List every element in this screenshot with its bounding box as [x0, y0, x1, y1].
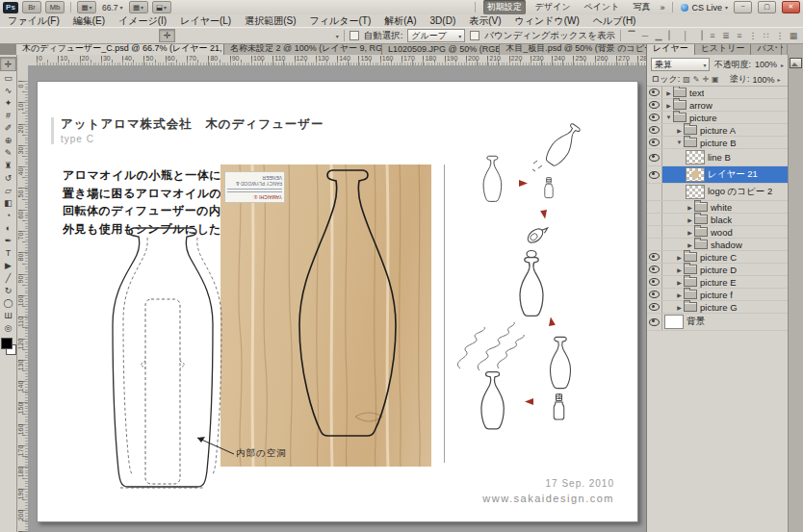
layer-name[interactable]: shadow [711, 240, 742, 250]
workspace-button[interactable]: 初期設定 [483, 0, 526, 14]
layer-name[interactable]: picture E [700, 277, 737, 288]
arrange-documents-icon[interactable]: ▦▾ [77, 1, 96, 13]
eyedropper-tool[interactable]: ✐ [1, 121, 15, 134]
blend-mode-dropdown[interactable]: 乗算 ▾ [651, 58, 710, 71]
chevron-collapsed-icon[interactable]: ▶ [664, 102, 673, 109]
menu-item[interactable]: ファイル(F) [8, 14, 60, 28]
layer-name[interactable]: picture C [700, 252, 737, 263]
lock-position-icon[interactable]: ✛ [702, 75, 709, 84]
visibility-toggle[interactable] [647, 289, 662, 300]
quick-selection-tool[interactable]: ✦ [1, 96, 15, 109]
distribute-bottom-edges-icon[interactable]: ≡ [734, 31, 745, 40]
distribute-left-edges-icon[interactable]: ⋮ [747, 31, 759, 40]
visibility-toggle[interactable] [647, 137, 662, 148]
layer-row[interactable]: ▶picture A [647, 124, 788, 137]
eraser-tool[interactable]: ▱ [1, 184, 15, 196]
menu-item[interactable]: レイヤー(L) [180, 14, 231, 28]
canvas-viewport[interactable]: アットアロマ株式会社 木のディフューザー type C アロマオイルの小瓶と一体… [28, 65, 647, 532]
visibility-toggle[interactable] [647, 112, 662, 123]
hand-tool[interactable]: Ш [1, 309, 15, 321]
menu-item[interactable]: イメージ(I) [118, 14, 167, 28]
visibility-toggle[interactable] [647, 239, 662, 250]
visibility-toggle[interactable] [647, 149, 662, 165]
layer-row[interactable]: ▶picture E [647, 276, 788, 289]
chevron-collapsed-icon[interactable]: ▶ [675, 254, 684, 261]
fill-spinner-icon[interactable]: ▸ [777, 76, 780, 83]
layer-row[interactable]: logo のコピー 2 [647, 184, 788, 201]
3d-orbit-tool[interactable]: ◯ [1, 296, 15, 309]
collapsed-panel-icon[interactable] [790, 58, 802, 68]
workspace-button[interactable]: 写真 [629, 0, 654, 14]
layer-name[interactable]: picture B [700, 138, 737, 148]
visibility-toggle[interactable] [647, 314, 662, 330]
visibility-toggle[interactable] [647, 264, 662, 275]
mini-bridge-icon[interactable]: Mb [45, 1, 65, 13]
menu-item[interactable]: 表示(V) [469, 14, 501, 28]
move-tool[interactable]: ✛ [0, 57, 16, 71]
current-tool-icon[interactable]: ✛ [159, 29, 175, 42]
align-left-edges-icon[interactable]: ▏ [666, 31, 678, 40]
layer-thumbnail[interactable] [686, 150, 705, 165]
auto-align-layers-icon[interactable]: ▦ [788, 31, 799, 40]
chevron-collapsed-icon[interactable]: ▶ [686, 216, 694, 223]
clone-stamp-tool[interactable]: ♜ [1, 159, 15, 171]
bridge-launch-icon[interactable]: Br [22, 1, 41, 13]
distribute-vertical-centers-icon[interactable]: ≣ [720, 31, 732, 40]
menu-item[interactable]: 3D(D) [430, 15, 456, 26]
restore-button[interactable]: ▢ [758, 1, 776, 13]
workspace-button[interactable]: ペイント [581, 0, 624, 14]
auto-select-checkbox[interactable] [350, 31, 359, 40]
auto-select-dropdown[interactable]: グループ ▾ [407, 29, 465, 42]
layer-row[interactable]: ▼picture B [647, 137, 788, 149]
align-horizontal-centers-icon[interactable]: │ [680, 31, 691, 40]
layer-name[interactable]: picture A [700, 125, 736, 136]
pen-tool[interactable]: ✒ [1, 234, 15, 246]
menu-item[interactable]: 編集(E) [73, 14, 105, 28]
align-bottom-edges-icon[interactable]: ▁ [653, 31, 664, 40]
layer-row[interactable]: ▶text [647, 87, 788, 99]
layer-row[interactable]: ▶picture C [647, 251, 788, 264]
menu-item[interactable]: ヘルプ(H) [593, 14, 636, 28]
dodge-tool[interactable]: ◐ [1, 221, 15, 234]
align-top-edges-icon[interactable]: ▔ [626, 31, 637, 40]
layer-thumbnail[interactable] [686, 167, 705, 182]
layer-name[interactable]: wood [711, 227, 733, 238]
layer-row[interactable]: ▶white [647, 201, 788, 214]
workspace-button[interactable]: デザイン [531, 0, 575, 14]
menu-item[interactable]: 選択範囲(S) [245, 14, 296, 28]
layer-name[interactable]: line B [708, 152, 731, 163]
lasso-tool[interactable]: ∿ [1, 84, 15, 96]
align-vertical-centers-icon[interactable]: ─ [639, 31, 651, 40]
layer-row[interactable]: ▶picture G [647, 301, 788, 314]
layer-row[interactable]: ▶wood [647, 226, 788, 239]
show-bounding-box-checkbox[interactable] [470, 31, 479, 40]
visibility-toggle[interactable] [647, 251, 662, 263]
layer-row[interactable]: ▼picture [647, 112, 788, 124]
layer-row[interactable]: 背景 [647, 314, 788, 331]
layer-name[interactable]: picture f [700, 290, 733, 300]
workspace-overflow-button[interactable]: » [660, 3, 664, 13]
view-extras-icon[interactable]: ▦▾ [129, 1, 148, 13]
canvas-area[interactable]: 0102030405060708090100110120130140150160… [16, 55, 647, 532]
chevron-collapsed-icon[interactable]: ▶ [675, 127, 684, 134]
lock-all-icon[interactable]: ▣ [712, 75, 719, 84]
chevron-collapsed-icon[interactable]: ▶ [675, 279, 684, 286]
opacity-value[interactable]: 100% [755, 60, 777, 69]
layer-name[interactable]: white [711, 202, 732, 213]
chevron-collapsed-icon[interactable]: ▶ [675, 266, 684, 273]
layer-name[interactable]: picture [689, 113, 717, 123]
opacity-spinner-icon[interactable]: ▸ [781, 62, 784, 68]
path-selection-tool[interactable]: ▶ [1, 259, 15, 271]
visibility-toggle[interactable] [647, 301, 662, 313]
layer-row[interactable]: ▶picture D [647, 264, 788, 276]
visibility-toggle[interactable] [647, 226, 662, 238]
fill-value[interactable]: 100% [752, 75, 774, 85]
chevron-collapsed-icon[interactable]: ▶ [686, 204, 694, 211]
type-tool[interactable]: T [1, 246, 15, 259]
layer-row[interactable]: ▶black [647, 214, 788, 226]
visibility-toggle[interactable] [647, 201, 662, 213]
layer-name[interactable]: 背景 [686, 316, 705, 328]
layer-row[interactable]: line B [647, 149, 788, 166]
distribute-horizontal-centers-icon[interactable]: ∷ [761, 31, 772, 40]
visibility-toggle[interactable] [647, 124, 662, 136]
